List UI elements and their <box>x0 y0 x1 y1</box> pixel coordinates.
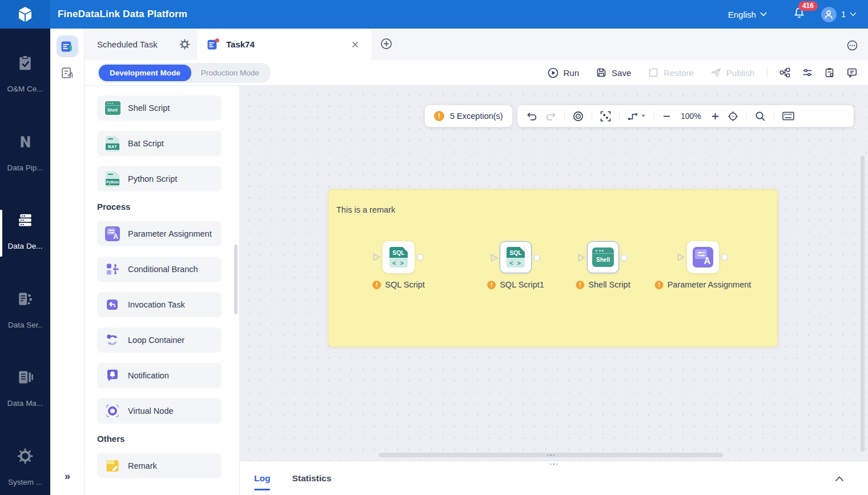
shortcut-keys-button[interactable] <box>782 111 794 121</box>
sidebar-item-data-service[interactable]: Data Ser.. <box>0 290 50 329</box>
python-script-icon: Python <box>105 171 120 187</box>
input-port[interactable] <box>491 254 498 262</box>
node-box-shell-script[interactable]: Shell <box>587 241 619 273</box>
palette-item-label: Conditional Branch <box>128 265 198 274</box>
input-port[interactable] <box>578 254 585 262</box>
plus-icon <box>711 112 720 121</box>
close-tab-icon[interactable] <box>349 39 361 50</box>
user-menu-chevron-icon[interactable] <box>850 12 857 17</box>
bottom-panel-tabs: Log Statistics <box>254 461 331 495</box>
param-icon-letter: A <box>704 256 710 266</box>
flow-canvas[interactable]: ! 5 Exception(s) <box>240 86 868 461</box>
canvas-vertical-scrollbar[interactable] <box>861 155 865 452</box>
expand-panel-button[interactable]: » <box>50 470 85 482</box>
save-label: Save <box>612 68 631 78</box>
tab-log[interactable]: Log <box>254 473 270 484</box>
development-mode-button[interactable]: Development Mode <box>99 65 191 81</box>
output-port[interactable] <box>721 254 728 261</box>
panel-resize-handle[interactable] <box>550 464 557 465</box>
palette-scrollbar[interactable] <box>234 245 238 314</box>
input-port[interactable] <box>677 253 685 261</box>
sidebar-item-data-management[interactable]: Data Ma... <box>0 369 50 408</box>
locate-button[interactable] <box>728 111 738 122</box>
zoom-in-button[interactable] <box>711 112 720 121</box>
node-box-parameter-assignment[interactable]: A <box>687 241 719 273</box>
palette-item-notification[interactable]: Notification <box>97 363 222 388</box>
restore-button[interactable]: Restore <box>648 67 694 78</box>
palette-item-bat-script[interactable]: BAT Bat Script <box>97 131 222 156</box>
toolbar-divider <box>774 111 774 121</box>
palette-item-virtual-node[interactable]: Virtual Node <box>97 398 222 424</box>
remark-text: This is a remark <box>336 205 395 214</box>
overview-button[interactable] <box>573 111 584 122</box>
palette-item-parameter-assignment[interactable]: A Parameter Assignment <box>97 221 222 246</box>
workspace: Scheduled Task <box>85 29 868 495</box>
chevron-up-icon <box>835 476 844 482</box>
tab-statistics[interactable]: Statistics <box>292 473 331 484</box>
cube-logo-icon <box>16 5 34 23</box>
palette-item-label: Loop Container <box>128 336 184 345</box>
clipboard-check-icon <box>17 54 34 71</box>
comment-button[interactable] <box>847 67 857 78</box>
node-box-sql-script1[interactable]: SQL < > <box>500 241 532 273</box>
output-port[interactable] <box>417 254 424 261</box>
sidebar-item-label: O&M Ce... <box>7 85 43 93</box>
canvas-horizontal-scrollbar[interactable] <box>379 453 723 457</box>
add-tab-button[interactable] <box>380 38 392 52</box>
palette-item-loop-container[interactable]: Loop Container <box>97 328 222 353</box>
exception-indicator[interactable]: ! 5 Exception(s) <box>425 105 512 127</box>
output-port[interactable] <box>621 254 628 261</box>
keyboard-icon <box>782 111 794 121</box>
palette-item-remark[interactable]: Remark <box>97 453 222 478</box>
tab-more-button[interactable] <box>847 40 858 53</box>
palette-item-label: Virtual Node <box>128 406 174 416</box>
shell-icon-label: Shell <box>105 107 120 113</box>
tab-bar: Scheduled Task <box>85 29 868 60</box>
user-avatar[interactable] <box>821 7 837 22</box>
zoom-out-button[interactable] <box>662 112 671 121</box>
output-port[interactable] <box>533 254 540 261</box>
node-title: Parameter Assignment <box>668 280 752 289</box>
flow-arrange-button[interactable] <box>779 67 790 78</box>
node-link-icon <box>779 67 790 78</box>
fit-view-button[interactable] <box>600 111 611 122</box>
palette-item-conditional-branch[interactable]: Conditional Branch <box>97 257 222 282</box>
chevron-down-icon <box>641 114 646 118</box>
run-button[interactable]: Run <box>548 67 580 78</box>
sidebar-item-data-pipeline[interactable]: Data Pip... <box>0 133 50 172</box>
task-edit-panel-button[interactable] <box>57 62 78 83</box>
sidebar-item-om-center[interactable]: O&M Ce... <box>0 54 50 93</box>
publish-button[interactable]: Publish <box>711 67 754 78</box>
sliders-icon <box>802 67 813 78</box>
palette-item-invocation-task[interactable]: Invocation Task <box>97 292 222 317</box>
node-shell-script: Shell ! Shell Script <box>587 241 619 273</box>
sidebar-item-system[interactable]: System ... <box>0 448 50 486</box>
palette-section-process: Process <box>97 202 239 211</box>
undo-button[interactable] <box>527 111 537 121</box>
scheduled-task-panel-button[interactable] <box>57 35 78 57</box>
notification-bell-button[interactable]: 416 <box>793 7 805 22</box>
palette-item-shell-script[interactable]: Shell Shell Script <box>97 95 222 121</box>
redo-button[interactable] <box>545 111 556 121</box>
warning-icon: ! <box>655 281 664 289</box>
sidebar-item-label: Data Pip... <box>7 163 43 172</box>
language-selector[interactable]: English <box>728 10 767 19</box>
input-port[interactable] <box>373 253 380 261</box>
collapse-panel-button[interactable] <box>835 474 844 484</box>
sql-icon-label: SQL <box>507 247 525 258</box>
scheduled-task-section[interactable]: Scheduled Task <box>97 29 190 60</box>
sidebar-item-data-development[interactable]: Data De... <box>0 211 50 250</box>
parameters-button[interactable] <box>802 67 813 78</box>
app-logo[interactable] <box>0 0 50 29</box>
user-count-label: 1 <box>841 10 846 19</box>
production-mode-button[interactable]: Production Mode <box>191 65 269 81</box>
gear-icon[interactable] <box>179 39 190 50</box>
search-button[interactable] <box>755 111 766 122</box>
connector-style-button[interactable] <box>628 111 646 121</box>
palette-item-python-script[interactable]: Python Python Script <box>97 166 222 191</box>
tab-task74[interactable]: Task74 <box>197 29 371 60</box>
node-box-sql-script[interactable]: SQL < > <box>383 241 415 273</box>
save-button[interactable]: Save <box>596 67 631 78</box>
node-sql-script: SQL < > ! SQL Script <box>383 241 415 273</box>
task-config-button[interactable] <box>825 67 835 78</box>
